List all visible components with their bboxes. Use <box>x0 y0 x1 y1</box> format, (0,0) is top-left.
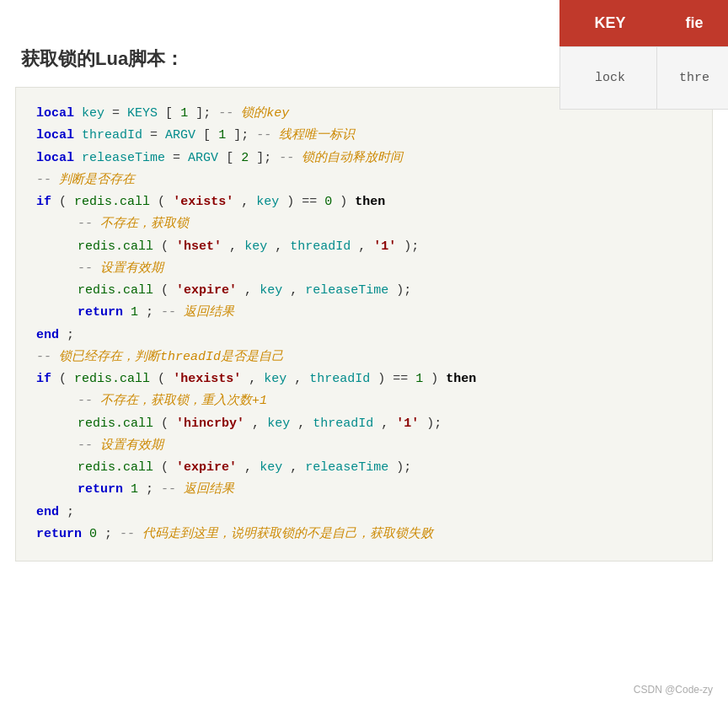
footer: CSDN @Code-zy <box>634 684 713 696</box>
code-line-18: return 1 ; -- 返回结果 <box>36 479 692 501</box>
field-column: fie thre <box>661 0 728 110</box>
code-line-6: -- 不存在，获取锁 <box>36 213 692 235</box>
code-line-12: -- 锁已经存在，判断threadId是否是自己 <box>36 347 692 368</box>
code-line-16: -- 设置有效期 <box>36 435 692 457</box>
code-line-19: end ; <box>36 502 692 524</box>
field-header: fie <box>656 0 728 46</box>
header-table: KEY lock fie thre <box>559 0 728 110</box>
code-line-14: -- 不存在，获取锁，重入次数+1 <box>36 390 692 412</box>
code-line-5: if ( redis.call ( 'exists' , key ) == 0 … <box>36 191 692 213</box>
key-column: KEY lock <box>559 0 661 110</box>
code-line-11: end ; <box>36 325 692 347</box>
code-block: local key = KEYS [ 1 ]; -- 锁的key local t… <box>15 87 713 562</box>
code-line-3: local releaseTime = ARGV [ 2 ]; -- 锁的自动释… <box>36 148 692 169</box>
kw-local: local <box>36 106 74 121</box>
code-line-9: redis.call ( 'expire' , key , releaseTim… <box>36 280 692 302</box>
code-line-4: -- 判断是否存在 <box>36 169 692 191</box>
code-line-15: redis.call ( 'hincrby' , key , threadId … <box>36 413 692 435</box>
code-line-2: local threadId = ARGV [ 1 ]; -- 线程唯一标识 <box>36 125 692 147</box>
thread-cell: thre <box>656 46 728 110</box>
code-line-17: redis.call ( 'expire' , key , releaseTim… <box>36 457 692 479</box>
code-line-8: -- 设置有效期 <box>36 258 692 280</box>
code-line-20: return 0 ; -- 代码走到这里，说明获取锁的不是自己，获取锁失败 <box>36 524 692 545</box>
code-line-10: return 1 ; -- 返回结果 <box>36 302 692 324</box>
lock-cell: lock <box>559 46 661 110</box>
code-line-13: if ( redis.call ( 'hexists' , key , thre… <box>36 368 692 390</box>
key-header: KEY <box>559 0 661 46</box>
code-line-7: redis.call ( 'hset' , key , threadId , '… <box>36 236 692 258</box>
